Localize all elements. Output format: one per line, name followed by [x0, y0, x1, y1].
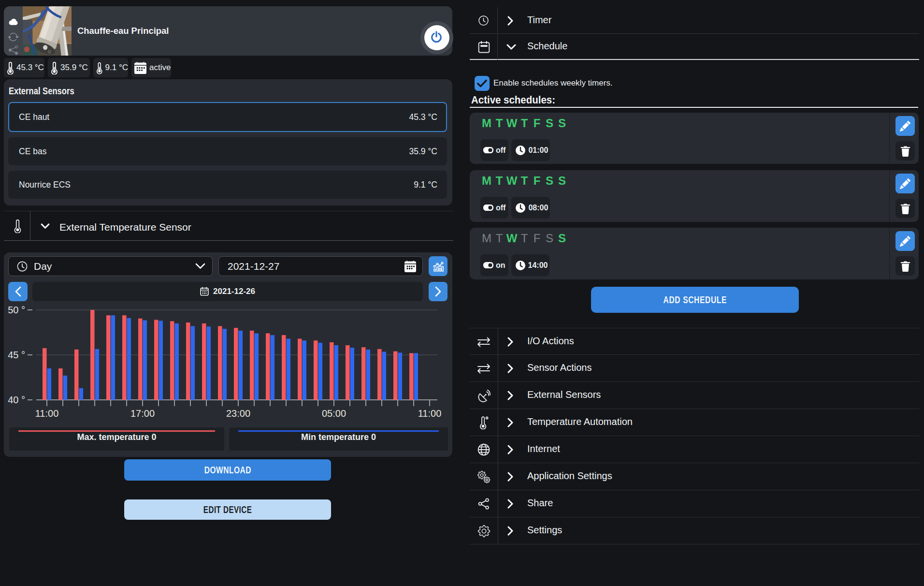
- svg-text:11:00: 11:00: [418, 408, 442, 419]
- svg-text:45 °: 45 °: [8, 350, 25, 360]
- svg-text:11:00: 11:00: [35, 408, 59, 419]
- svg-text:50 °: 50 °: [8, 305, 25, 315]
- svg-text:23:00: 23:00: [226, 408, 250, 419]
- svg-text:05:00: 05:00: [322, 408, 346, 419]
- svg-text:17:00: 17:00: [130, 408, 155, 419]
- svg-text:40 °: 40 °: [8, 395, 25, 405]
